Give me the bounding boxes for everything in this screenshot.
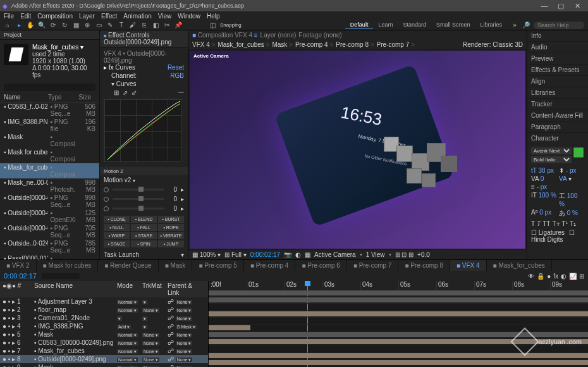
panel-align[interactable]: Align [527,76,588,87]
project-item[interactable]: ▪ IMG_8388.PNG▪ PNG file196 KB [0,118,99,133]
resolution-dropdown[interactable]: ⊞ Full ▾ [224,251,247,258]
menu-composition[interactable]: Composition [37,13,73,20]
motion-btn-blend[interactable]: • BLEND [131,216,157,223]
fill-color-swatch[interactable] [573,147,584,158]
layer-row[interactable]: ● ▪ ▸ 9▪ MaskNormal ▾None ▾☍ None ▾ [0,363,208,367]
motion-slider[interactable]: 0▸ [100,204,188,213]
menu-edit[interactable]: Edit [20,13,31,20]
subscript-button[interactable]: T₁ [570,220,576,227]
layer-row[interactable]: ● ▪ ▸ 6▪ C0583_[00000-00249].pngNormal ▾… [0,339,208,347]
panel-preview[interactable]: Preview [527,53,588,65]
shy-icon[interactable]: 👁 [528,273,534,280]
menu-view[interactable]: View [158,13,172,20]
project-item[interactable]: ▪ Mask_for_cubes▪ Composition [0,163,99,178]
stroke-input[interactable]: - px [537,184,548,190]
search-help-input[interactable]: Search Help [534,22,584,29]
menu-animation[interactable]: Animation [123,13,151,20]
reset-button[interactable]: Reset [168,64,184,71]
close-button[interactable]: ✕ [569,2,585,10]
project-item[interactable]: ▪ Pass[0000-0131].png▪ OpenEXR [0,254,99,259]
layer-row[interactable]: ● ▪ ▸ 4▪ IMG_8388.PNGAdd ▾ ▾☍ S Mask ▾ [0,322,208,330]
menu-file[interactable]: File [4,13,14,20]
motion-blur-icon[interactable]: ◐ [561,273,567,280]
project-item[interactable]: ▪ C0583_f..0-0249].png▪ PNG Seq...e506 M… [0,103,99,118]
motion-btn-stare[interactable]: • STARE [131,232,157,239]
timeline-tab[interactable]: ■ Render Queue [98,260,158,271]
curves-graph[interactable] [104,99,182,162]
track[interactable] [209,290,588,297]
panel-tracker[interactable]: Tracker [527,99,588,110]
font-family-dropdown[interactable]: Avenir Next Cyr [531,147,572,154]
workspace-libraries[interactable]: Libraries [475,22,507,28]
brush-tool-icon[interactable]: 🖌 [129,22,137,29]
timeline-tab[interactable]: ■ Mask [159,260,193,271]
motion-btn-vibrate[interactable]: • VIBRATE [158,232,184,239]
workspace-small-screen[interactable]: Small Screen [431,22,475,28]
track[interactable] [209,318,588,325]
motion-btn-warp[interactable]: • WARP [104,232,130,239]
track[interactable] [209,359,588,366]
project-item[interactable]: ▪ Mask_ne..00-0249].png▪ Photosh..ce998 … [0,178,99,194]
project-tab[interactable]: Project [0,30,99,40]
timecode-display[interactable]: 0:00:02:17 [250,251,280,258]
panel-audio[interactable]: Audio [527,42,588,53]
allcaps-button[interactable]: TT [542,220,550,227]
panel-info[interactable]: Info [527,30,588,42]
timeline-tab[interactable]: ■ Mask_for_cubes [487,260,552,271]
panel-content-aware-fill[interactable]: Content-Aware Fill [527,110,588,121]
camera-tool-icon[interactable]: ▦ [72,22,80,29]
timeline-tab[interactable]: ■ Pre-comp 7 [347,260,399,271]
font-size-input[interactable]: 38 px [539,167,554,174]
leading-input[interactable]: - px [566,167,577,174]
tab-layer[interactable]: Layer (none) [260,32,297,39]
track[interactable] [209,352,588,359]
panel-effects-presets[interactable]: Effects & Presets [527,65,588,76]
tab-footage[interactable]: Footage (none) [298,32,341,39]
timeline-tab[interactable]: ■ Pre-comp 8 [398,260,450,271]
motion-btn-rope[interactable]: • ROPE [158,224,184,231]
pen-tool-icon[interactable]: ✎ [106,22,114,29]
panel-paragraph[interactable]: Paragraph [527,121,588,133]
baseline-input[interactable]: 0 px [539,209,551,216]
switches-icon[interactable]: ⊞ [579,273,584,280]
project-item[interactable]: ▪ Mask▪ Composition [0,133,99,148]
tab-composition[interactable]: ■ Composition VFX 4 ≡ [192,32,258,39]
effect-controls-tab[interactable]: ■ Effect Controls Outside[0000-0249].png [100,30,188,47]
pan-behind-tool-icon[interactable]: ⊕ [83,22,91,29]
clone-tool-icon[interactable]: ⎘ [140,22,148,29]
lock-icon[interactable]: 🔒 [537,273,544,280]
breadcrumb-item[interactable]: Mask [272,41,293,48]
track[interactable] [209,304,588,311]
timeline-search-input[interactable] [42,273,80,279]
menu-window[interactable]: Window [178,13,200,20]
text-tool-icon[interactable]: T [118,22,125,29]
shape-tool-icon[interactable]: ▭ [95,22,102,29]
font-style-dropdown[interactable]: Bold Italic [531,156,572,163]
exposure-value[interactable]: +0.0 [417,251,430,258]
graph-icon[interactable]: 📈 [569,273,577,280]
curves-bezier-icon[interactable]: ⬀ [123,89,128,96]
kerning-input[interactable]: 0 [541,175,544,182]
workspace-default[interactable]: Default [345,22,374,28]
hand-tool-icon[interactable]: ✋ [27,22,34,29]
zoom-dropdown[interactable]: ▦ 100% ▾ [192,251,221,258]
layer-row[interactable]: ● ▪ ▸ 5▪ MaskNormal ▾None ▾☍ None ▾ [0,330,208,339]
timeline-tab[interactable]: ■ VFX 4 [450,260,487,271]
puppet-tool-icon[interactable]: 📌 [175,22,182,29]
timeline-tab[interactable]: ■ Pre-comp 5 [192,260,244,271]
view-dropdown[interactable]: 1 View [366,251,385,258]
timeline-timecode[interactable]: 0:00:02:17 [4,272,37,280]
motion-btn-null[interactable]: • NULL [104,224,130,231]
layer-row[interactable]: ● ▪ ▸ 2▪ floor_mapNormal ▾None ▾☍ None ▾ [0,306,208,314]
menu-layer[interactable]: Layer [79,13,95,20]
motion-slider[interactable]: 0▸ [100,185,188,194]
breadcrumb-item[interactable]: Mask_for_cubes [217,41,269,48]
workspace-standard[interactable]: Standard [398,22,431,28]
track[interactable] [209,325,588,332]
motion-btn-fall[interactable]: • FALL [131,224,157,231]
composition-canvas[interactable]: Active Camera 16:53 Monday, 7 December N… [190,51,525,249]
panel-menu-icon[interactable]: » [511,22,518,29]
minimize-button[interactable]: — [536,2,553,9]
curves-mode-icon[interactable]: ⊞ [114,89,119,96]
breadcrumb-item[interactable]: Pre-comp 4 [295,41,333,48]
